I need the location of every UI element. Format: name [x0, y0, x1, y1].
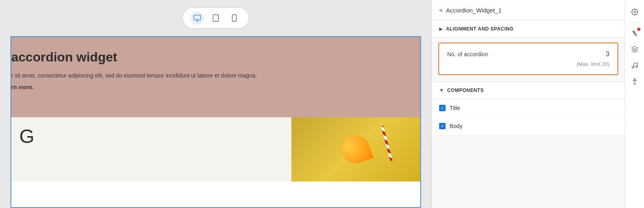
panel-back-icon[interactable]: « — [439, 6, 443, 14]
title-component-label: Title — [450, 105, 460, 111]
components-section-header[interactable]: ▼ COMPONENTS — [432, 82, 625, 99]
tablet-device-button[interactable] — [209, 11, 223, 25]
widget-bottom-section: G — [11, 117, 420, 181]
accordion-count-label: No. of accordion — [447, 51, 488, 57]
title-checkbox[interactable]: ✓ — [439, 105, 446, 111]
accordion-count-value: 3 — [606, 51, 609, 58]
svg-point-6 — [234, 20, 235, 20]
alignment-section-header[interactable]: ▶ ALIGNMENT AND SPACING — [432, 20, 625, 38]
desktop-icon — [193, 14, 201, 22]
svg-point-4 — [215, 20, 216, 20]
widget-g-letter: G — [19, 125, 34, 147]
title-checkbox-check: ✓ — [441, 106, 444, 110]
title-component-item[interactable]: ✓ Title — [432, 99, 625, 117]
components-section: ▼ COMPONENTS ✓ Title ✓ Body — [432, 82, 625, 135]
alignment-section-arrow: ▶ — [439, 26, 443, 32]
canvas-area: accordion widget r sit amet, consectetur… — [0, 0, 431, 208]
cursor-panel-button[interactable] — [627, 26, 642, 41]
layers-icon — [631, 46, 638, 53]
body-component-item[interactable]: ✓ Body — [432, 117, 625, 135]
widget-body-text: r sit amet, consectetur adipiscing elit,… — [11, 71, 404, 80]
widget-title: accordion widget — [11, 50, 404, 65]
straw-decoration — [381, 126, 392, 161]
svg-point-11 — [634, 79, 635, 80]
notification-dot — [637, 28, 640, 31]
cursor-icon — [631, 30, 638, 37]
mobile-icon — [230, 14, 238, 22]
body-checkbox[interactable]: ✓ — [439, 123, 446, 129]
music-icon — [631, 62, 638, 69]
accessibility-icon — [631, 78, 638, 85]
widget-link-text[interactable]: rn more. — [11, 84, 404, 90]
panel-header: « Accordion_Widget_1 — [432, 0, 625, 20]
svg-point-9 — [632, 66, 634, 68]
alignment-section-label: ALIGNMENT AND SPACING — [446, 26, 514, 32]
svg-rect-0 — [194, 15, 201, 20]
body-checkbox-check: ✓ — [441, 124, 444, 128]
svg-point-7 — [634, 11, 636, 13]
widget-bottom-left: G — [11, 117, 291, 181]
widget-bottom-image — [291, 117, 420, 181]
components-section-label: COMPONENTS — [447, 88, 484, 93]
settings-panel-button[interactable] — [627, 5, 642, 19]
body-component-label: Body — [450, 123, 462, 129]
icon-panel — [625, 0, 644, 208]
accordion-count-max: (Max. limit 20) — [447, 61, 609, 67]
music-panel-button[interactable] — [627, 58, 642, 73]
panel-title: Accordion_Widget_1 — [446, 7, 617, 14]
widget-frame: accordion widget r sit amet, consectetur… — [10, 36, 421, 208]
settings-icon — [631, 8, 638, 16]
widget-content-area: accordion widget r sit amet, consectetur… — [11, 37, 420, 117]
layers-panel-button[interactable] — [627, 42, 642, 57]
svg-rect-3 — [213, 15, 218, 22]
accessibility-panel-button[interactable] — [627, 74, 642, 89]
accordion-count-box[interactable]: No. of accordion 3 (Max. limit 20) — [438, 43, 618, 75]
tablet-icon — [212, 14, 220, 22]
device-toolbar — [183, 8, 248, 28]
svg-point-10 — [636, 66, 638, 68]
accordion-count-row: No. of accordion 3 — [447, 51, 609, 58]
icon-panel-divider-1 — [629, 22, 640, 23]
right-panel: « Accordion_Widget_1 ▶ ALIGNMENT AND SPA… — [431, 0, 625, 208]
svg-rect-5 — [232, 15, 236, 22]
orange-slice-decoration — [338, 131, 374, 167]
components-chevron-icon: ▼ — [439, 88, 444, 93]
desktop-device-button[interactable] — [190, 11, 204, 25]
mobile-device-button[interactable] — [227, 11, 241, 25]
